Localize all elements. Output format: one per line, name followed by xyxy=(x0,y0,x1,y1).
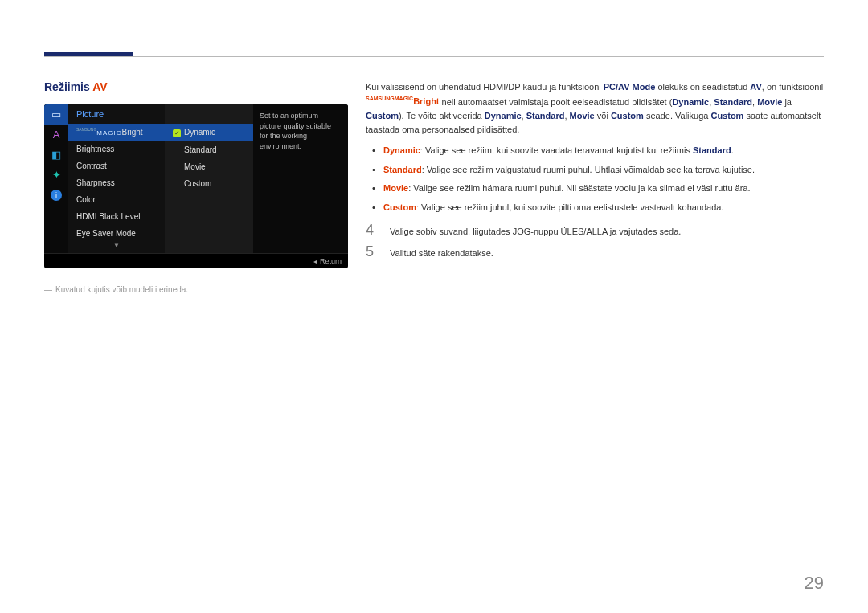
osd-scroll-down-icon: ▼ xyxy=(68,242,165,253)
osd-icon-rail: ▭ Α ◧ ✦ i xyxy=(44,104,68,253)
steps: 4 Valige sobiv suvand, liigutades JOG-nu… xyxy=(366,223,824,260)
heading-suffix: AV xyxy=(92,80,107,93)
osd-option-movie: Movie xyxy=(165,158,253,175)
osd-item-color: Color xyxy=(68,191,165,208)
osd-item-brightness: Brightness xyxy=(68,141,165,157)
osd-item-hdmi-black: HDMI Black Level xyxy=(68,208,165,225)
av-label: AV xyxy=(750,82,761,92)
content-columns: Režiimis AV ▭ Α ◧ ✦ i Picture SAMSUNGMAG… xyxy=(44,80,824,294)
osd-options-spacer xyxy=(165,104,253,124)
right-column: Kui välissisend on ühendatud HDMI/DP kau… xyxy=(350,80,824,294)
osd-item-magicbright: SAMSUNGMAGICBright xyxy=(68,124,165,141)
option-label: Movie xyxy=(184,162,206,171)
option-label: Dynamic xyxy=(184,128,215,137)
step-text: Valitud säte rakendatakse. xyxy=(390,244,824,261)
option-label: Standard xyxy=(184,145,217,154)
osd-option-dynamic: ✓Dynamic xyxy=(165,124,253,141)
picture-icon: ▭ xyxy=(44,104,68,125)
bullet-dynamic: Dynamic: Valige see režiim, kui soovite … xyxy=(383,144,824,158)
osd-screenshot: ▭ Α ◧ ✦ i Picture SAMSUNGMAGICBright Bri… xyxy=(44,104,348,268)
left-column: Režiimis AV ▭ Α ◧ ✦ i Picture SAMSUNGMAG… xyxy=(44,80,350,294)
step-5: 5 Valitud säte rakendatakse. xyxy=(366,244,824,261)
osd-menu-list: Picture SAMSUNGMAGICBright Brightness Co… xyxy=(68,104,165,253)
intro-paragraph: Kui välissisend on ühendatud HDMI/DP kau… xyxy=(366,80,824,137)
magic-suffix: Bright xyxy=(122,128,143,137)
info-icon: i xyxy=(44,185,68,205)
osd-options: ✓Dynamic Standard Movie Custom xyxy=(165,104,253,253)
feature-list: Dynamic: Valige see režiim, kui soovite … xyxy=(366,144,824,215)
onscreen-icon: Α xyxy=(44,125,68,145)
pip-icon: ◧ xyxy=(44,145,68,165)
osd-option-standard: Standard xyxy=(165,141,253,158)
bullet-custom: Custom: Valige see režiim juhul, kui soo… xyxy=(383,201,824,215)
magic-sup: SAMSUNG xyxy=(76,127,96,132)
check-icon: ✓ xyxy=(173,129,181,137)
bullet-standard: Standard: Valige see režiim valgustatud … xyxy=(383,163,824,178)
osd-item-eye-saver: Eye Saver Mode xyxy=(68,225,165,242)
magicbright-inline: SAMSUNGMAGICBright xyxy=(366,96,440,106)
return-icon: ◂ xyxy=(313,258,317,265)
heading-text: Režiimis xyxy=(44,80,92,93)
magic-text: MAGIC xyxy=(96,129,121,137)
osd-return-row: ◂Return xyxy=(44,253,348,268)
return-label: Return xyxy=(320,257,342,265)
pcav-mode-label: PC/AV Mode xyxy=(604,82,656,92)
footnote-text: Kuvatud kujutis võib mudeliti erineda. xyxy=(55,285,188,294)
osd-body: ▭ Α ◧ ✦ i Picture SAMSUNGMAGICBright Bri… xyxy=(44,104,348,253)
footnote-dash: ― xyxy=(44,285,52,294)
footnote: ―Kuvatud kujutis võib mudeliti erineda. xyxy=(44,285,350,294)
osd-item-sharpness: Sharpness xyxy=(68,174,165,191)
header-rule xyxy=(44,56,824,57)
osd-section-title: Picture xyxy=(68,104,165,124)
osd-option-custom: Custom xyxy=(165,175,253,192)
footnote-rule xyxy=(44,280,181,280)
osd-item-contrast: Contrast xyxy=(68,157,165,174)
step-text: Valige sobiv suvand, liigutades JOG-nupp… xyxy=(390,223,824,239)
section-heading: Režiimis AV xyxy=(44,80,350,93)
settings-icon: ✦ xyxy=(44,165,68,185)
bullet-movie: Movie: Valige see režiim hämara ruumi pu… xyxy=(383,182,824,196)
osd-help-text: Set to an optimum picture quality suitab… xyxy=(253,104,348,253)
step-number: 5 xyxy=(366,244,390,261)
step-4: 4 Valige sobiv suvand, liigutades JOG-nu… xyxy=(366,223,824,239)
page-number: 29 xyxy=(805,573,824,594)
option-label: Custom xyxy=(184,179,211,188)
manual-page: Režiimis AV ▭ Α ◧ ✦ i Picture SAMSUNGMAG… xyxy=(0,0,868,613)
step-number: 4 xyxy=(366,223,390,239)
